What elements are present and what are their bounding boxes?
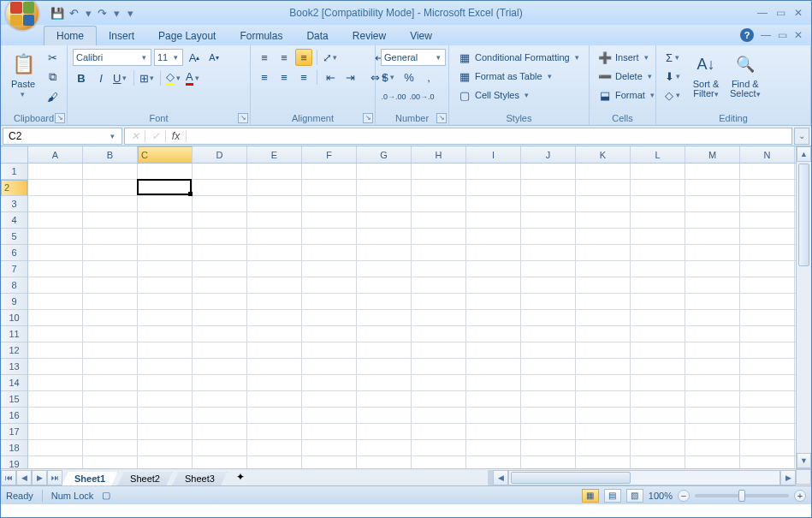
undo-icon[interactable]: ↶: [69, 7, 79, 20]
shrink-font-button[interactable]: A▾: [205, 49, 222, 66]
conditional-formatting-button[interactable]: ▦Conditional Formatting▾: [454, 49, 585, 66]
format-painter-button[interactable]: 🖌: [44, 88, 61, 105]
align-middle-button[interactable]: ≡: [276, 49, 293, 66]
column-header-F[interactable]: F: [302, 146, 357, 163]
tab-data[interactable]: Data: [294, 27, 340, 45]
bold-button[interactable]: B: [73, 69, 90, 86]
tab-review[interactable]: Review: [341, 27, 398, 45]
grow-font-button[interactable]: A▴: [186, 49, 203, 66]
expand-formula-bar-button[interactable]: ⌄: [794, 128, 809, 145]
maximize-button[interactable]: ▭: [776, 7, 785, 19]
name-box[interactable]: C2▾: [3, 128, 122, 145]
font-name-select[interactable]: Calibri▾: [73, 49, 151, 66]
scroll-up-button[interactable]: ▲: [797, 146, 811, 162]
tab-home[interactable]: Home: [44, 26, 97, 45]
column-header-L[interactable]: L: [631, 146, 685, 163]
number-format-select[interactable]: General▾: [381, 49, 446, 66]
clipboard-dialog-launcher[interactable]: ↘: [55, 113, 65, 123]
decrease-indent-button[interactable]: ⇤: [322, 68, 339, 86]
cancel-formula-button[interactable]: ✕: [125, 130, 145, 142]
qat-customize-dropdown[interactable]: ▾: [126, 7, 134, 20]
zoom-slider[interactable]: [695, 494, 789, 497]
row-header-6[interactable]: 6: [1, 245, 27, 261]
fill-color-button[interactable]: ◇▾: [165, 69, 182, 86]
align-top-button[interactable]: ≡: [256, 49, 273, 66]
sort-filter-button[interactable]: A↓ Sort &Filter▾: [689, 49, 723, 101]
redo-dropdown[interactable]: ▾: [112, 7, 121, 20]
increase-decimal-button[interactable]: .0→.00: [381, 88, 406, 105]
row-header-12[interactable]: 12: [1, 342, 27, 359]
row-header-8[interactable]: 8: [1, 277, 27, 294]
delete-cells-button[interactable]: ➖Delete▾: [595, 68, 661, 85]
sheet-tab-sheet1[interactable]: Sheet1: [62, 472, 118, 486]
column-header-B[interactable]: B: [83, 146, 138, 163]
font-color-button[interactable]: A▾: [185, 69, 202, 86]
tab-insert[interactable]: Insert: [97, 27, 146, 45]
sheet-nav-next[interactable]: ▶: [32, 470, 47, 485]
align-left-button[interactable]: ≡: [256, 68, 273, 86]
macro-record-icon[interactable]: ▢: [102, 490, 110, 501]
scroll-down-button[interactable]: ▼: [797, 453, 811, 468]
autosum-button[interactable]: Σ▾: [661, 49, 685, 66]
column-header-J[interactable]: J: [521, 146, 576, 163]
row-header-4[interactable]: 4: [1, 212, 27, 229]
sheet-nav-prev[interactable]: ◀: [16, 470, 32, 485]
paste-button[interactable]: 📋 Paste▾: [6, 49, 40, 101]
save-icon[interactable]: 💾: [50, 7, 64, 20]
enter-formula-button[interactable]: ✓: [145, 130, 166, 142]
help-icon[interactable]: ?: [740, 28, 754, 42]
percent-button[interactable]: %: [400, 68, 418, 86]
view-page-break-button[interactable]: ▧: [626, 489, 643, 503]
cell-styles-button[interactable]: ▢Cell Styles▾: [454, 86, 585, 104]
fill-handle[interactable]: [188, 192, 193, 196]
row-header-11[interactable]: 11: [1, 326, 27, 342]
restore-window-button[interactable]: ▭: [778, 29, 787, 41]
row-header-10[interactable]: 10: [1, 310, 27, 326]
minimize-button[interactable]: —: [757, 7, 768, 19]
align-right-button[interactable]: ≡: [295, 68, 312, 86]
font-size-select[interactable]: 11▾: [154, 49, 183, 66]
italic-button[interactable]: I: [92, 69, 110, 86]
format-as-table-button[interactable]: ▦Format as Table▾: [454, 68, 585, 85]
zoom-in-button[interactable]: +: [794, 490, 806, 502]
scroll-right-button[interactable]: ▶: [780, 470, 796, 485]
row-header-2[interactable]: 2: [1, 180, 27, 196]
close-workbook-button[interactable]: ✕: [794, 29, 803, 41]
insert-cells-button[interactable]: ➕Insert▾: [595, 49, 661, 66]
column-header-D[interactable]: D: [193, 146, 247, 163]
cut-button[interactable]: ✂: [44, 49, 61, 66]
fill-button[interactable]: ⬇▾: [661, 68, 685, 85]
close-button[interactable]: ✕: [794, 7, 803, 19]
sheet-tab-sheet2[interactable]: Sheet2: [117, 472, 173, 486]
sheet-tab-sheet3[interactable]: Sheet3: [172, 472, 228, 486]
align-center-button[interactable]: ≡: [276, 68, 293, 86]
column-header-C[interactable]: C: [138, 146, 193, 164]
border-button[interactable]: ⊞▾: [139, 69, 156, 86]
horizontal-scrollbar[interactable]: ◀ ▶: [488, 470, 796, 485]
insert-sheet-button[interactable]: ✦: [231, 471, 250, 485]
redo-icon[interactable]: ↷: [98, 7, 107, 20]
row-header-16[interactable]: 16: [1, 408, 27, 424]
row-header-14[interactable]: 14: [1, 375, 27, 391]
row-header-5[interactable]: 5: [1, 229, 27, 245]
row-header-18[interactable]: 18: [1, 440, 27, 456]
undo-dropdown[interactable]: ▾: [84, 7, 92, 20]
comma-button[interactable]: ,: [420, 68, 437, 86]
vscroll-thumb[interactable]: [798, 164, 809, 266]
currency-button[interactable]: $▾: [381, 68, 398, 86]
column-header-M[interactable]: M: [685, 146, 740, 163]
view-normal-button[interactable]: ▦: [582, 489, 599, 503]
decrease-decimal-button[interactable]: .00→.0: [409, 88, 435, 105]
sheet-nav-last[interactable]: ⏭: [47, 470, 62, 485]
column-header-I[interactable]: I: [466, 146, 521, 163]
number-dialog-launcher[interactable]: ↘: [436, 113, 447, 123]
zoom-out-button[interactable]: −: [678, 490, 690, 502]
zoom-level[interactable]: 100%: [649, 491, 673, 501]
vertical-scrollbar[interactable]: ▲ ▼: [796, 146, 811, 468]
selected-cell[interactable]: [137, 179, 192, 195]
column-header-K[interactable]: K: [576, 146, 631, 163]
formula-input[interactable]: [187, 130, 791, 142]
orientation-button[interactable]: ⤢▾: [322, 49, 339, 66]
column-header-E[interactable]: E: [247, 146, 302, 163]
scroll-left-button[interactable]: ◀: [493, 470, 508, 485]
